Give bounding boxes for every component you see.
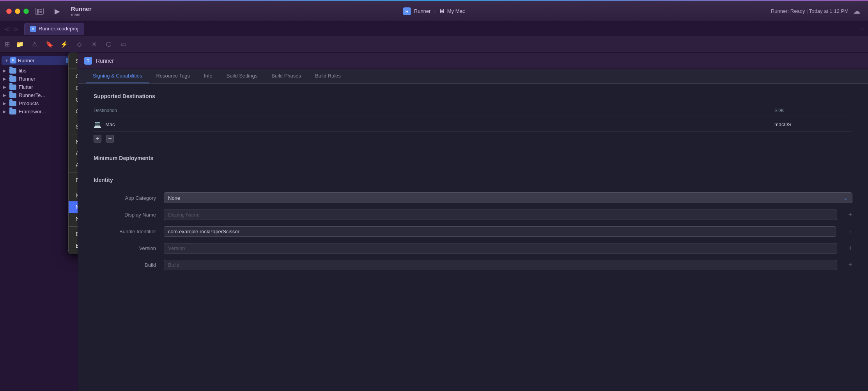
runner-project-icon: R xyxy=(10,57,16,63)
version-row: Version Version + xyxy=(94,240,852,257)
status-text: Runner: Ready | Today at 1:12 PM xyxy=(771,8,849,14)
tab-resource-tags[interactable]: Resource Tags xyxy=(149,69,197,83)
display-name-add-button[interactable]: + xyxy=(848,211,852,219)
bundle-identifier-value: com.example.rockPaperScissor xyxy=(168,229,239,234)
chevron-right-icon: ▶ xyxy=(3,109,6,114)
folder-icon[interactable]: 📁 xyxy=(15,40,25,49)
menu-item-open-in-new-window[interactable]: Open in New Window xyxy=(69,82,78,94)
svg-rect-0 xyxy=(37,9,39,14)
runner-title-block: Runner main xyxy=(71,5,92,17)
monitor-icon: 🖥 xyxy=(439,8,445,15)
asterisk-icon[interactable]: ✳ xyxy=(89,40,99,49)
menu-item-add-package-deps[interactable]: Add Package Dependencies… xyxy=(69,159,78,171)
diamond-icon[interactable]: ◇ xyxy=(74,40,84,49)
sidebar-item-libs[interactable]: ▶ libs xyxy=(0,67,78,75)
runner-file-icon: R xyxy=(84,57,92,65)
tab-build-phases[interactable]: Build Phases xyxy=(264,69,308,83)
sidebar-runnerte-label: RunnerTe… xyxy=(19,92,46,98)
menu-separator-3 xyxy=(69,134,78,134)
app-category-select[interactable]: None ⌄ xyxy=(164,192,852,203)
version-input[interactable]: Version xyxy=(164,243,837,254)
nav-back-arrow[interactable]: ◁ xyxy=(3,25,11,33)
dest-name: Mac xyxy=(105,122,115,127)
menu-item-open-as[interactable]: Open As › xyxy=(69,106,78,117)
menu-item-bookmark-runner-general[interactable]: Bookmark "Runner.xcodeproj" - Runner Gen… xyxy=(69,228,78,240)
nav-forward-arrow[interactable]: ▷ xyxy=(12,25,19,33)
sidebar-item-products[interactable]: ▶ Products xyxy=(0,99,78,107)
alert-icon[interactable]: ⚡ xyxy=(60,40,69,49)
minimize-button[interactable] xyxy=(15,9,20,14)
bundle-identifier-input[interactable]: com.example.rockPaperScissor xyxy=(164,226,836,237)
app-name: Runner xyxy=(71,5,92,12)
menu-item-show-file-inspector[interactable]: Show File Inspector xyxy=(69,121,78,132)
select-arrow-icon: ⌄ xyxy=(843,195,848,201)
tab-info[interactable]: Info xyxy=(197,69,220,83)
menu-item-new-group-from-selection[interactable]: New Group from Selection xyxy=(69,213,78,225)
menu-item-bookmark-runner[interactable]: Bookmark "Runner.xcodeproj" xyxy=(69,240,78,252)
version-placeholder: Version xyxy=(168,245,185,251)
tab-build-settings[interactable]: Build Settings xyxy=(220,69,265,83)
app-category-row: App Category None ⌄ xyxy=(94,189,852,206)
sidebar-item-runner[interactable]: ▶ Runner xyxy=(0,75,78,83)
laptop-icon: 💻 xyxy=(94,121,101,128)
menu-item-show-in-finder[interactable]: Show in Finder xyxy=(69,55,78,67)
breadcrumb-dest: 🖥 My Mac xyxy=(439,8,465,15)
menu-item-open-in-tab[interactable]: Open in Tab xyxy=(69,70,78,82)
remove-destination-button[interactable]: − xyxy=(106,135,114,143)
sidebar-item-flutter[interactable]: ▶ Flutter xyxy=(0,83,78,91)
menu-item-add-files[interactable]: Add Files to "Runner"… xyxy=(69,148,78,159)
tab-runner-xcodeproj[interactable]: R Runner.xcodeproj xyxy=(24,23,84,35)
table-row: 💻 Mac macOS xyxy=(94,118,852,132)
breadcrumb-arrow: › xyxy=(434,8,435,14)
table-header: Destination SDK xyxy=(94,106,852,116)
sidebar-item-runnerte[interactable]: ▶ RunnerTe… xyxy=(0,91,78,99)
menu-item-new-file[interactable]: New File… xyxy=(69,136,78,148)
bookmark-icon[interactable]: 🔖 xyxy=(45,40,54,49)
fullscreen-button[interactable] xyxy=(23,9,29,14)
toolbar-icons-row: ⊞ 📁 ⚠ 🔖 ⚡ ◇ ✳ ⬡ ▭ xyxy=(0,36,868,53)
play-button[interactable]: ▶ xyxy=(51,5,63,17)
build-add-button[interactable]: + xyxy=(848,261,852,269)
sidebar-toggle-icon[interactable] xyxy=(35,8,44,15)
tab-build-rules[interactable]: Build Rules xyxy=(308,69,348,83)
version-add-button[interactable]: + xyxy=(848,244,852,252)
sidebar-item-framewor[interactable]: ▶ Framewor… xyxy=(0,107,78,116)
status-area: Runner: Ready | Today at 1:12 PM ☁ xyxy=(771,7,860,16)
col-sdk-header: SDK xyxy=(774,108,852,113)
destination-cell: 💻 Mac xyxy=(94,121,774,128)
menu-item-new-group[interactable]: New Group xyxy=(69,190,78,201)
settings-content: Supported Destinations Destination SDK 💻… xyxy=(78,84,868,391)
tab-signing-capabilities[interactable]: Signing & Capabilities xyxy=(86,69,149,83)
menu-item-open-with-external-editor[interactable]: Open with External Editor xyxy=(69,94,78,106)
context-menu: Show in Finder Open in Tab Open in New W… xyxy=(68,53,78,254)
rect-icon[interactable]: ▭ xyxy=(119,40,128,49)
bundle-identifier-navigate-button[interactable]: → xyxy=(847,229,852,235)
warning-icon[interactable]: ⚠ xyxy=(30,40,39,49)
app-category-value: None xyxy=(168,195,180,201)
sidebar-products-label: Products xyxy=(19,100,39,106)
identity-title: Identity xyxy=(94,177,852,183)
xcodeproj-icon: R xyxy=(30,26,36,32)
runner-icon: R xyxy=(403,7,411,15)
sdk-cell: macOS xyxy=(774,122,852,127)
add-remove-row: + − xyxy=(94,132,852,146)
breadcrumb: R Runner › 🖥 My Mac xyxy=(403,7,465,15)
svg-rect-3 xyxy=(39,12,42,13)
menu-item-new-group-without-folder[interactable]: New Group without Folder xyxy=(69,201,78,213)
display-name-input[interactable]: Display Name xyxy=(164,210,837,220)
products-folder-icon xyxy=(9,101,16,106)
sidebar-item-runner-root[interactable]: ▼ R Runner M xyxy=(2,56,76,65)
sidebar: ▼ R Runner M ▶ libs ▶ Runner ▶ Flutter ▶… xyxy=(0,53,78,391)
hex-icon[interactable]: ⬡ xyxy=(104,40,113,49)
tab-area-back-forward[interactable]: ↔ xyxy=(859,26,865,32)
menu-item-delete[interactable]: Delete xyxy=(69,174,78,186)
add-destination-button[interactable]: + xyxy=(94,135,101,143)
display-name-placeholder: Display Name xyxy=(168,212,200,218)
tabbar: ◁ ▷ R Runner.xcodeproj ↔ xyxy=(0,21,868,36)
close-button[interactable] xyxy=(6,9,12,14)
build-input[interactable]: Build xyxy=(164,260,837,270)
breadcrumb-runner[interactable]: Runner xyxy=(414,8,431,14)
divider-1 xyxy=(94,146,852,155)
grid-icon[interactable]: ⊞ xyxy=(5,41,10,48)
build-placeholder: Build xyxy=(168,262,179,268)
